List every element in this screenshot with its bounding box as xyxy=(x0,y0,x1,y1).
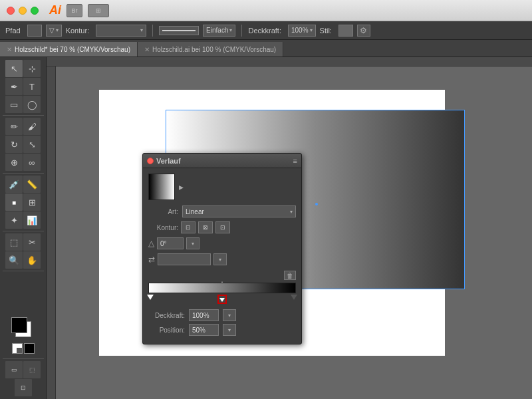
color-swatches[interactable] xyxy=(11,317,35,341)
gradient-arrow[interactable]: ▸ xyxy=(179,182,184,192)
gradient-tool[interactable]: ■ xyxy=(5,194,23,211)
brush-tool[interactable]: 🖌 xyxy=(23,118,41,135)
position-dropdown[interactable]: ▾ xyxy=(223,324,236,336)
delete-stop-button[interactable]: 🗑 xyxy=(284,271,296,280)
close-button[interactable] xyxy=(7,7,15,15)
selection-tool[interactable]: ↖ xyxy=(5,60,23,77)
settings-button[interactable]: ⚙ xyxy=(357,25,370,37)
fill-swatch[interactable] xyxy=(27,25,42,37)
blend-tool[interactable]: ∞ xyxy=(23,154,41,171)
tab-close-2[interactable]: ✕ xyxy=(144,46,150,53)
angle-input[interactable]: 0° xyxy=(157,237,184,249)
maximize-button[interactable] xyxy=(31,7,39,15)
stop-left[interactable] xyxy=(147,295,154,300)
position-row: Position: 50% ▾ xyxy=(148,324,296,336)
position-input[interactable]: 50% xyxy=(189,324,219,336)
screen-mode[interactable]: ⊡ xyxy=(15,379,32,396)
gradient-slider-track[interactable] xyxy=(148,283,296,293)
behind-draw-mode[interactable]: ⬚ xyxy=(23,361,41,378)
style-swatch[interactable] xyxy=(338,25,353,37)
canvas-area[interactable]: Verlauf ≡ ▸ Art: Linear ▾ xyxy=(47,57,532,399)
toolbar-sep2 xyxy=(3,173,44,174)
normal-draw-mode[interactable]: ▭ xyxy=(5,361,23,378)
stop-right[interactable] xyxy=(291,295,297,300)
tab-label-1: Holzschild* bei 70 % (CMYK/Vorschau) xyxy=(15,46,130,53)
stil-label: Stil: xyxy=(320,27,332,35)
stop-center-active[interactable] xyxy=(217,295,227,304)
eyedropper-tool[interactable]: 💉 xyxy=(5,176,23,193)
panel-body: ▸ Art: Linear ▾ Kontur: ⊡ ⊠ xyxy=(143,168,301,344)
mode-swatches xyxy=(12,343,35,354)
stroke-preview xyxy=(159,26,199,35)
minimize-button[interactable] xyxy=(19,7,27,15)
art-dropdown[interactable]: Linear ▾ xyxy=(182,205,296,217)
ruler-horizontal xyxy=(47,57,532,66)
tool-row-11: 🔍 ✋ xyxy=(1,251,45,269)
gradient-preview-swatch[interactable] xyxy=(148,174,175,200)
symbol-tool[interactable]: ✦ xyxy=(5,211,23,229)
arrange-icon[interactable]: ⊞ xyxy=(88,4,109,17)
verlauf-panel: Verlauf ≡ ▸ Art: Linear ▾ xyxy=(142,153,302,344)
pen-tool[interactable]: ✒ xyxy=(5,78,23,95)
rotate-tool[interactable]: ↻ xyxy=(5,136,23,153)
gradient-preview-row: ▸ xyxy=(148,174,296,200)
deckkraft-row: Deckkraft: 100% ▾ xyxy=(148,309,296,321)
angle-dropdown[interactable]: ▾ xyxy=(186,237,200,249)
tool-row-draw-modes: ▭ ⬚ xyxy=(1,361,45,378)
deckkraft-dropdown[interactable]: ▾ xyxy=(223,309,236,321)
tool-row-6: ⊕ ∞ xyxy=(1,154,45,171)
deckkraft-input[interactable]: 100% xyxy=(189,309,219,321)
tool-row-screen: ⊡ xyxy=(1,379,45,396)
hand-tool[interactable]: ✋ xyxy=(23,251,41,269)
br-icon[interactable]: Br xyxy=(66,4,82,17)
reverse-row: ⇄ ▾ xyxy=(148,253,296,265)
rect-tool[interactable]: ▭ xyxy=(5,96,23,113)
opacity-field[interactable]: 100%▾ xyxy=(288,25,316,37)
tool-row-4: ✏ 🖌 xyxy=(1,118,45,135)
warp-tool[interactable]: ⊕ xyxy=(5,154,23,171)
zoom-tool[interactable]: 🔍 xyxy=(5,251,23,269)
main-area: ↖ ⊹ ✒ T ▭ ◯ ✏ 🖌 ↻ ⤡ ⊕ ∞ 💉 📏 ■ xyxy=(0,57,532,399)
kontur-btn-3[interactable]: ⊡ xyxy=(215,221,230,233)
panel-close-button[interactable] xyxy=(147,158,154,164)
kontur-label: Kontur: xyxy=(66,27,89,35)
tool-row-2: ✒ T xyxy=(1,78,45,95)
slice-tool[interactable]: ✂ xyxy=(23,233,41,251)
direct-select-tool[interactable]: ⊹ xyxy=(23,60,41,77)
stroke-style-dropdown[interactable]: Einfach▾ xyxy=(203,25,235,37)
tab-2[interactable]: ✕ Holzschild.ai bei 100 % (CMYK/Vorschau… xyxy=(138,42,283,57)
scale-tool[interactable]: ⤡ xyxy=(23,136,41,153)
column-graph-tool[interactable]: 📊 xyxy=(23,211,41,229)
kontur-row: Kontur: ⊡ ⊠ ⊡ xyxy=(148,221,296,233)
toolbar-sep1 xyxy=(3,115,44,116)
tab-label-2: Holzschild.ai bei 100 % (CMYK/Vorschau) xyxy=(152,46,276,53)
kontur-dropdown[interactable]: ▾ xyxy=(96,25,146,37)
fill-dropdown[interactable]: ▽▾ xyxy=(46,25,62,37)
panel-menu-button[interactable]: ≡ xyxy=(293,157,297,165)
toolbar-sep3 xyxy=(3,231,44,231)
kontur-btn-1[interactable]: ⊡ xyxy=(181,221,196,233)
aspect-dropdown[interactable]: ▾ xyxy=(213,253,227,265)
black-white-swatch[interactable] xyxy=(24,343,35,354)
aspect-input[interactable] xyxy=(158,253,211,265)
tool-row-3: ▭ ◯ xyxy=(1,96,45,113)
deckkraft-label: Deckkraft: xyxy=(148,312,185,319)
app-logo: Ai xyxy=(49,3,61,17)
tab-1[interactable]: ✕ Holzschild* bei 70 % (CMYK/Vorschau) xyxy=(0,42,138,57)
tab-close-1[interactable]: ✕ xyxy=(7,46,12,53)
artboard-tool[interactable]: ⬚ xyxy=(5,233,23,251)
measure-tool[interactable]: 📏 xyxy=(23,176,41,193)
text-tool[interactable]: T xyxy=(23,78,41,95)
pencil-tool[interactable]: ✏ xyxy=(5,118,23,135)
art-value: Linear xyxy=(186,208,204,215)
none-swatch[interactable] xyxy=(12,343,23,354)
foreground-color-swatch[interactable] xyxy=(11,317,27,333)
ellipse-tool[interactable]: ◯ xyxy=(23,96,41,113)
tool-row-8: ■ ⊞ xyxy=(1,194,45,211)
mesh-tool[interactable]: ⊞ xyxy=(23,194,41,211)
ruler-vertical xyxy=(47,66,56,399)
kontur-btn-2[interactable]: ⊠ xyxy=(198,221,213,233)
toolbar-sep4 xyxy=(3,271,44,271)
art-dropdown-arrow: ▾ xyxy=(290,209,293,215)
position-label: Position: xyxy=(148,327,185,334)
